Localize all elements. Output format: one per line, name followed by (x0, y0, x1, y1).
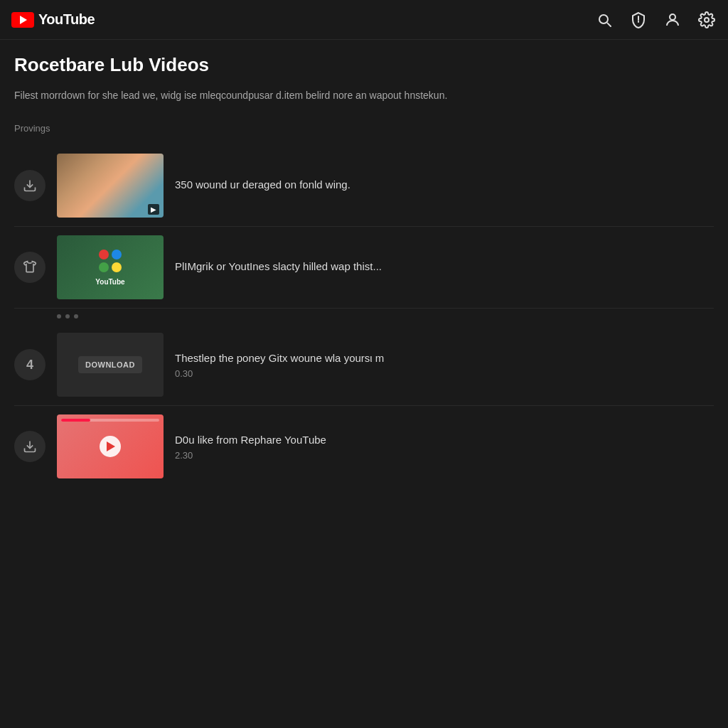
youtube-icon (11, 12, 34, 28)
settings-icon[interactable] (697, 10, 717, 30)
video-meta-4: 2.30 (175, 450, 714, 461)
video-title-4: D0u like from Rephare YouTube (175, 432, 714, 447)
section-label: Provings (14, 123, 714, 134)
svg-point-1 (705, 18, 709, 22)
sep-dot (65, 314, 70, 318)
item-icon-number4: 4 (14, 349, 46, 380)
sep-dot (74, 314, 78, 318)
video-thumbnail-3: DOWNLOAD (57, 333, 164, 397)
main-content: Rocetbare Lub Videos Filest morrdown for… (0, 40, 728, 501)
video-title-3: Thestlep the poney Gitx woune wla yoursι… (175, 350, 714, 365)
header-left: YouTube (11, 11, 95, 28)
video-meta-3: 0.30 (175, 368, 714, 379)
list-item[interactable]: 4 DOWNLOAD Thestlep the poney Gitx woune… (14, 324, 714, 406)
page-description: Filest morrdown for she lead we, widg is… (14, 87, 682, 103)
video-list: 350 wound ur deraged on fonld wing. YouT… (14, 145, 714, 487)
app-header: YouTube (0, 0, 728, 40)
video-info-4: D0u like from Rephare YouTube 2.30 (175, 432, 714, 461)
list-item[interactable]: 350 wound ur deraged on fonld wing. (14, 145, 714, 227)
video-title-1: 350 wound ur deraged on fonld wing. (175, 177, 714, 192)
video-title-2: PlIMgrik or YoutInes slacty hilled wap t… (175, 259, 714, 274)
list-item[interactable]: D0u like from Rephare YouTube 2.30 (14, 406, 714, 487)
separator (57, 309, 714, 324)
header-icons (594, 10, 717, 30)
video-info-2: PlIMgrik or YoutInes slacty hilled wap t… (175, 259, 714, 277)
youtube-wordmark: YouTube (38, 11, 95, 28)
item-icon-shirt (14, 252, 46, 283)
download-badge: DOWNLOAD (78, 356, 142, 373)
page-title: Rocetbare Lub Videos (14, 54, 714, 76)
thumb-youtube-label: YouTube (95, 278, 124, 286)
svg-point-0 (670, 14, 675, 20)
sep-dot (57, 314, 61, 318)
video-info-1: 350 wound ur deraged on fonld wing. (175, 177, 714, 195)
item-icon-download2 (14, 431, 46, 462)
shield-icon[interactable] (628, 10, 648, 30)
play-button (100, 436, 121, 457)
video-thumbnail-1 (57, 154, 164, 218)
person-icon[interactable] (663, 10, 682, 30)
search-icon[interactable] (594, 10, 614, 30)
item-icon-download (14, 170, 46, 201)
youtube-logo[interactable]: YouTube (11, 11, 95, 28)
video-thumbnail-4 (57, 414, 164, 478)
list-item[interactable]: YouTube PlIMgrik or YoutInes slacty hill… (14, 227, 714, 309)
video-info-3: Thestlep the poney Gitx woune wla yoursι… (175, 350, 714, 379)
video-thumbnail-2: YouTube (57, 235, 164, 299)
